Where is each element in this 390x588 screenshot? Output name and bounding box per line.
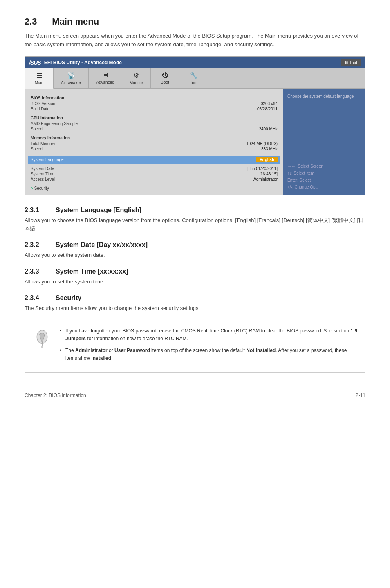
memory-total-row: Total Memory 1024 MB (DDR3) (31, 141, 278, 146)
nav-hint-4: +/-: Change Opt. (287, 184, 361, 191)
tab-advanced[interactable]: 🖥 Advanced (89, 68, 122, 88)
subsection-2-3-1: 2.3.1 System Language [English] Allows y… (25, 206, 365, 233)
note-item-1: If you have forgotten your BIOS password… (60, 327, 358, 343)
note-list: If you have forgotten your BIOS password… (60, 327, 358, 363)
subsection-body-2-3-1: Allows you to choose the BIOS language v… (25, 216, 365, 233)
subsection-2-3-2: 2.3.2 System Date [Day xx/xx/xxxx] Allow… (25, 241, 365, 260)
system-language-value: English (256, 157, 278, 162)
subsection-heading-2-3-2: System Date [Day xx/xx/xxxx] (56, 241, 148, 249)
tab-tool[interactable]: 🔧 Tool (179, 68, 208, 88)
ai-tweaker-icon: 📡 (67, 72, 75, 79)
system-language-label: System Language (31, 157, 64, 162)
cpu-name-label: AMD Engineering Sample (31, 121, 78, 126)
cpu-info-header: CPU Information (31, 116, 278, 120)
bios-left-panel: BIOS Information BIOS Version 0203 x64 B… (25, 89, 283, 195)
system-time-value: [16:46:15] (260, 172, 278, 176)
cpu-speed-label: Speed (31, 127, 43, 131)
bios-title-text: EFI BIOS Utility - Advanced Mode (44, 60, 122, 65)
subsection-number-2-3-4: 2.3.4 (25, 294, 49, 302)
tab-main[interactable]: ☰ Main (25, 68, 54, 89)
nav-hint-1: →←: Select Screen (287, 163, 361, 170)
chapter-label: Chapter 2: BIOS information (25, 393, 86, 398)
note-icon (32, 327, 52, 349)
section-number: 2.3 (25, 16, 37, 27)
tab-boot-label: Boot (161, 80, 169, 85)
bios-help-text: Choose the system default language (287, 93, 361, 99)
system-language-row[interactable]: System Language English (28, 156, 280, 164)
security-arrow: > (31, 186, 33, 191)
memory-total-value: 1024 MB (DDR3) (246, 141, 278, 146)
bios-version-label: BIOS Version (31, 101, 55, 106)
system-date-value: [Thu 01/20/2011] (247, 166, 278, 171)
tab-monitor-label: Monitor (130, 81, 143, 85)
svg-point-2 (41, 346, 43, 348)
page-footer: Chapter 2: BIOS information 2-11 (25, 389, 365, 398)
bios-info-header: BIOS Information (31, 96, 278, 100)
bios-version-row: BIOS Version 0203 x64 (31, 101, 278, 106)
exit-label: Exit (350, 60, 357, 65)
bios-screenshot: /SUS EFI BIOS Utility - Advanced Mode 🖥 … (25, 56, 365, 195)
bios-nav: ☰ Main 📡 Ai Tweaker 🖥 Advanced ⚙ Monitor… (25, 68, 365, 89)
memory-info-header: Memory Information (31, 136, 278, 140)
cpu-speed-value: 2400 MHz (259, 127, 278, 131)
exit-icon: 🖥 (344, 60, 349, 65)
subsection-heading-2-3-4: Security (56, 294, 81, 302)
system-time-row[interactable]: System Time [16:46:15] (31, 171, 278, 177)
bios-exit-button[interactable]: 🖥 Exit (341, 59, 361, 66)
tab-tool-label: Tool (190, 81, 197, 85)
subsection-number-2-3-3: 2.3.3 (25, 268, 49, 275)
main-icon: ☰ (36, 72, 42, 79)
bios-info-group: BIOS Information BIOS Version 0203 x64 B… (31, 96, 278, 112)
nav-hint-3: Enter: Select (287, 177, 361, 184)
tab-ai-tweaker-label: Ai Tweaker (61, 81, 81, 85)
bios-right-panel: Choose the system default language →←: S… (283, 89, 365, 195)
system-time-label: System Time (31, 172, 54, 176)
subsection-2-3-4: 2.3.4 Security The Security menu items a… (25, 294, 365, 313)
bios-builddate-label: Build Date (31, 107, 49, 111)
memory-total-label: Total Memory (31, 141, 55, 146)
bios-nav-hints: →←: Select Screen ↑↓: Select Item Enter:… (287, 160, 361, 191)
tab-ai-tweaker[interactable]: 📡 Ai Tweaker (54, 68, 89, 88)
note-content: If you have forgotten your BIOS password… (60, 327, 358, 367)
memory-speed-label: Speed (31, 147, 43, 151)
memory-speed-value: 1333 MHz (259, 147, 278, 151)
bios-builddate-row: Build Date 06/28/2011 (31, 106, 278, 112)
section-title: 2.3 Main menu (25, 16, 365, 27)
subsection-body-2-3-3: Allows you to set the system time. (25, 278, 365, 286)
subsection-body-2-3-2: Allows you to set the system date. (25, 251, 365, 260)
bios-builddate-value: 06/28/2011 (257, 107, 278, 111)
security-label: Security (34, 186, 49, 191)
system-date-row[interactable]: System Date [Thu 01/20/2011] (31, 166, 278, 171)
bios-titlebar: /SUS EFI BIOS Utility - Advanced Mode 🖥 … (25, 57, 365, 68)
subsection-heading-2-3-3: System Time [xx:xx:xx] (56, 268, 128, 275)
intro-paragraph: The Main menu screen appears when you en… (25, 32, 365, 49)
security-row[interactable]: > Security (31, 186, 278, 191)
note-box: If you have forgotten your BIOS password… (25, 321, 365, 373)
note-pencil-icon (34, 329, 50, 349)
tab-boot[interactable]: ⏻ Boot (151, 68, 179, 88)
system-date-label: System Date (31, 166, 54, 171)
datetime-group: System Date [Thu 01/20/2011] System Time… (31, 166, 278, 182)
subsection-title-2-3-1: 2.3.1 System Language [English] (25, 206, 365, 214)
memory-speed-row: Speed 1333 MHz (31, 146, 278, 152)
tool-icon: 🔧 (190, 72, 198, 79)
cpu-info-group: CPU Information AMD Engineering Sample S… (31, 116, 278, 132)
cpu-speed-row: Speed 2400 MHz (31, 126, 278, 132)
subsection-number-2-3-1: 2.3.1 (25, 206, 49, 214)
subsection-2-3-3: 2.3.3 System Time [xx:xx:xx] Allows you … (25, 268, 365, 286)
bios-content: BIOS Information BIOS Version 0203 x64 B… (25, 89, 365, 195)
access-level-label: Access Level (31, 177, 55, 182)
tab-monitor[interactable]: ⚙ Monitor (122, 68, 151, 88)
subsection-title-2-3-3: 2.3.3 System Time [xx:xx:xx] (25, 268, 365, 275)
cpu-name-row: AMD Engineering Sample (31, 121, 278, 126)
advanced-icon: 🖥 (102, 72, 109, 79)
tab-advanced-label: Advanced (96, 80, 114, 85)
bios-title-left: /SUS EFI BIOS Utility - Advanced Mode (29, 59, 122, 66)
access-level-row: Access Level Administrator (31, 177, 278, 182)
memory-info-group: Memory Information Total Memory 1024 MB … (31, 136, 278, 152)
page-number: 2-11 (356, 393, 365, 398)
asus-logo: /SUS (29, 59, 41, 66)
boot-icon: ⏻ (162, 72, 168, 79)
nav-hint-2: ↑↓: Select Item (287, 170, 361, 177)
subsection-heading-2-3-1: System Language [English] (56, 206, 141, 214)
